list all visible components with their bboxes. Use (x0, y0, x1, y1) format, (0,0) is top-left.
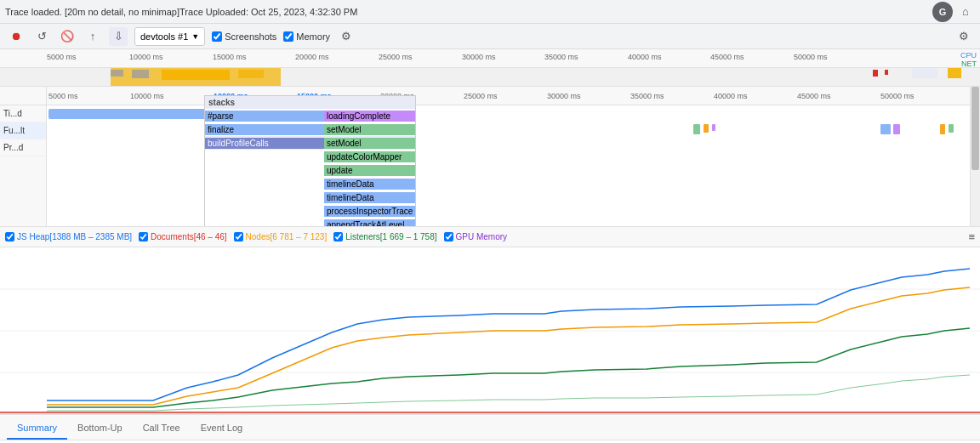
bottom-tabs: Summary Bottom-Up Call Tree Event Log (0, 414, 980, 440)
trace-info: Trace loaded. [20m no detail, no minimap… (5, 7, 927, 17)
settings-icon-button[interactable]: ⚙ (337, 27, 356, 46)
more-options-button[interactable]: ⚙ (954, 27, 973, 46)
memory-checkboxes: JS Heap[1388 MB – 2385 MB] Documents[46 … (0, 227, 980, 247)
top-bar: Trace loaded. [20m no detail, no minimap… (0, 0, 980, 24)
flame-row-updatecolor: updateColorMapper (205, 150, 415, 163)
refresh-button[interactable]: ↺ (32, 27, 51, 46)
listeners-checkbox[interactable]: Listeners[1 669 – 1 758] (333, 232, 436, 241)
memory-svg (0, 247, 980, 414)
track-timing (47, 105, 970, 122)
flame-row-timelinedata2: timelineData (205, 190, 415, 204)
memory-section: JS Heap[1388 MB – 2385 MB] Documents[46 … (0, 227, 980, 414)
chevron-down-icon: ▼ (191, 32, 199, 41)
js-heap-checkbox[interactable]: JS Heap[1388 MB – 2385 MB] (5, 232, 132, 241)
record-button[interactable]: ⏺ (7, 27, 26, 46)
flame-row-processinspector: processInspectorTrace (205, 204, 415, 218)
flame-row-finalize: finalize setModel (205, 122, 415, 136)
track-label-profile: Pr...d (0, 139, 46, 156)
inner-ruler: 5000 ms 10000 ms 10000 ms 15000 ms 20000… (47, 87, 980, 105)
track-profile (47, 190, 970, 216)
left-panel: Ti...d Fu...lt Pr...d (0, 87, 47, 226)
flame-row-timelinedata1: timelineData (205, 177, 415, 190)
screenshots-checkbox[interactable]: Screenshots (212, 31, 276, 42)
home-icon-button[interactable]: ⌂ (956, 3, 975, 21)
top-icons: G ⌂ (932, 2, 975, 22)
clear-button[interactable]: 🚫 (58, 27, 77, 46)
timeline-tracks[interactable]: 5000 ms 10000 ms 10000 ms 15000 ms 20000… (47, 87, 980, 226)
memory-chart (0, 247, 980, 414)
vertical-scrollbar[interactable] (970, 87, 980, 226)
memory-checkbox[interactable]: Memory (283, 31, 330, 42)
summary-row: buildProfileCalls (0, 440, 980, 443)
tab-bottom-up[interactable]: Bottom-Up (67, 417, 133, 440)
flame-row-buildprofile: buildProfileCalls setModel (205, 136, 415, 150)
chart-options-icon[interactable]: ≡ (968, 230, 975, 243)
tab-selector[interactable]: devtools #1 ▼ (134, 27, 205, 46)
main-area: Ti...d Fu...lt Pr...d 5000 ms 10000 ms 1… (0, 87, 980, 227)
upload-button[interactable]: ↑ (83, 27, 102, 46)
overview-bar[interactable] (0, 68, 980, 87)
documents-checkbox[interactable]: Documents[46 – 46] (139, 232, 227, 241)
tab-call-tree[interactable]: Call Tree (133, 417, 191, 440)
tab-summary[interactable]: Summary (7, 417, 67, 440)
flame-header: stacks (205, 96, 415, 109)
download-button[interactable]: ⇩ (109, 27, 128, 46)
flame-row-appendtrack: appendTrackAtLevel (205, 218, 415, 226)
track-label-timing: Ti...d (0, 105, 46, 122)
track-label-function: Fu...lt (0, 122, 46, 139)
track-main (47, 122, 970, 190)
scroll-thumb[interactable] (971, 87, 979, 170)
ruler: 5000 ms 10000 ms 15000 ms 20000 ms 25000… (0, 49, 980, 67)
tab-event-log[interactable]: Event Log (191, 417, 254, 440)
flame-row-update: update (205, 163, 415, 177)
toolbar: ⏺ ↺ 🚫 ↑ ⇩ devtools #1 ▼ Screenshots Memo… (0, 24, 980, 49)
avatar-button[interactable]: G (932, 2, 953, 22)
flame-row-parse: #parse loadingComplete (205, 109, 415, 122)
nodes-checkbox[interactable]: Nodes[6 781 – 7 123] (234, 232, 328, 241)
timeline-header: 5000 ms 10000 ms 15000 ms 20000 ms 25000… (0, 49, 980, 68)
tab-label: devtools #1 (140, 31, 188, 42)
ruler-spacer (0, 87, 46, 105)
gpu-memory-checkbox[interactable]: GPU Memory (444, 232, 508, 241)
flame-popup: stacks #parse loadingComplete finalize s… (204, 95, 416, 226)
